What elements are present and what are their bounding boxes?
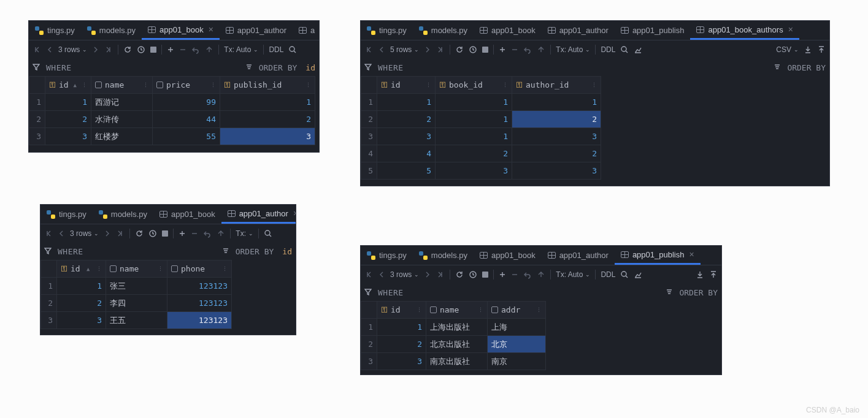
tab-app01_book[interactable]: app01_book — [474, 21, 542, 40]
sort-icon[interactable] — [222, 247, 229, 256]
nav-next-button[interactable] — [92, 45, 99, 54]
cell[interactable]: 123123 — [167, 295, 232, 312]
column-header-id[interactable]: ⚿id⋮ — [377, 302, 426, 319]
add-row-button[interactable] — [499, 271, 506, 278]
nav-last-button[interactable] — [436, 45, 445, 54]
tab-app01_book[interactable]: app01_book× — [142, 21, 220, 40]
revert-button[interactable] — [203, 229, 212, 238]
cell[interactable]: 南京 — [488, 353, 546, 370]
commit-button[interactable] — [537, 270, 545, 279]
column-header-addr[interactable]: addr⋮ — [488, 302, 546, 319]
column-menu-icon[interactable]: ⋮ — [82, 82, 87, 88]
cell[interactable]: 3 — [377, 353, 426, 370]
column-menu-icon[interactable]: ⋮ — [591, 82, 597, 88]
download-button[interactable] — [804, 45, 812, 54]
cell[interactable]: 2 — [377, 336, 426, 353]
cell[interactable]: 44 — [153, 111, 220, 128]
tab-app01_publish[interactable]: app01_publish× — [615, 246, 701, 265]
nav-next-button[interactable] — [424, 45, 431, 54]
cell[interactable]: 1 — [512, 94, 601, 111]
find-button[interactable] — [288, 45, 297, 54]
order-by-label[interactable]: ORDER BY — [679, 288, 718, 297]
auto-refresh-button[interactable] — [469, 270, 477, 279]
where-label[interactable]: WHERE — [378, 288, 404, 297]
chart-button[interactable] — [634, 45, 642, 54]
nav-first-button[interactable] — [364, 270, 373, 279]
filter-icon[interactable] — [364, 288, 372, 297]
cell[interactable]: 2 — [57, 295, 106, 312]
stop-button[interactable] — [150, 47, 156, 53]
remove-row-button[interactable] — [191, 230, 198, 237]
nav-next-button[interactable] — [104, 229, 111, 238]
stop-button[interactable] — [162, 230, 168, 237]
add-row-button[interactable] — [179, 230, 186, 237]
tx-mode-dropdown[interactable]: Tx: Auto ⌄ — [556, 45, 590, 54]
add-row-button[interactable] — [499, 46, 506, 53]
table-row[interactable]: 33南京出版社南京 — [361, 353, 546, 370]
filter-icon[interactable] — [364, 63, 372, 72]
nav-prev-button[interactable] — [378, 45, 385, 54]
filter-icon[interactable] — [33, 63, 40, 72]
remove-row-button[interactable] — [511, 46, 518, 53]
tx-mode-dropdown[interactable]: Tx: Auto ⌄ — [556, 270, 590, 279]
auto-refresh-button[interactable] — [148, 229, 157, 238]
cell[interactable]: 1 — [436, 128, 512, 145]
column-menu-icon[interactable]: ⋮ — [222, 266, 228, 272]
where-label[interactable]: WHERE — [46, 63, 72, 72]
cell[interactable]: 张三 — [106, 278, 167, 295]
cell[interactable]: 北京 — [488, 336, 546, 353]
table-row[interactable]: 11上海出版社上海 — [361, 319, 546, 336]
table-row[interactable]: 11西游记991 — [29, 94, 315, 111]
row-count-dropdown[interactable]: 3 rows ⌄ — [390, 270, 419, 279]
refresh-button[interactable] — [455, 270, 464, 279]
cell[interactable]: 西游记 — [91, 94, 153, 111]
tx-mode-dropdown[interactable]: Tx: Auto ⌄ — [224, 45, 258, 54]
column-header-name[interactable]: name⋮ — [91, 77, 153, 94]
column-menu-icon[interactable]: ⋮ — [143, 82, 148, 88]
nav-prev-button[interactable] — [378, 270, 385, 279]
cell[interactable]: 1 — [45, 94, 91, 111]
sort-icon[interactable] — [774, 63, 781, 72]
tab-models.py[interactable]: models.py — [413, 246, 474, 265]
auto-refresh-button[interactable] — [469, 45, 477, 54]
ddl-button[interactable]: DDL — [269, 45, 283, 54]
row-count-dropdown[interactable]: 3 rows ⌄ — [58, 45, 87, 54]
cell[interactable]: 3 — [377, 128, 436, 145]
table-row[interactable]: 2212 — [361, 111, 601, 128]
cell[interactable]: 2 — [45, 111, 91, 128]
close-icon[interactable]: × — [209, 25, 213, 34]
tab-models.py[interactable]: models.py — [413, 21, 474, 40]
cell[interactable]: 55 — [153, 128, 220, 145]
column-menu-icon[interactable]: ⋮ — [426, 82, 431, 88]
upload-button[interactable] — [817, 45, 826, 54]
table-row[interactable]: 33红楼梦553 — [29, 128, 315, 145]
column-header-publish_id[interactable]: ⚿publish_id⋮ — [220, 77, 315, 94]
nav-first-button[interactable] — [44, 229, 53, 238]
where-label[interactable]: WHERE — [378, 63, 404, 72]
cell[interactable]: 123123 — [167, 312, 232, 329]
column-header-book_id[interactable]: ⚿book_id⋮ — [436, 77, 512, 94]
cell[interactable]: 红楼梦 — [91, 128, 153, 145]
close-icon[interactable]: × — [689, 249, 694, 259]
chart-button[interactable] — [634, 270, 642, 279]
cell[interactable]: 1 — [57, 278, 106, 295]
find-button[interactable] — [620, 45, 629, 54]
ddl-button[interactable]: DDL — [601, 270, 615, 279]
ddl-button[interactable]: DDL — [601, 45, 615, 54]
close-icon[interactable]: × — [788, 25, 793, 34]
cell[interactable]: 上海出版社 — [426, 319, 488, 336]
cell[interactable]: 2 — [220, 111, 315, 128]
tab-models.py[interactable]: models.py — [81, 21, 142, 40]
add-row-button[interactable] — [167, 46, 174, 53]
column-menu-icon[interactable]: ⋮ — [502, 82, 508, 88]
column-menu-icon[interactable]: ⋮ — [158, 266, 163, 272]
cell[interactable]: 李四 — [106, 295, 167, 312]
sort-icon[interactable] — [666, 288, 673, 297]
remove-row-button[interactable] — [179, 46, 186, 53]
tab-app01_book[interactable]: app01_book — [474, 246, 542, 265]
order-by-label[interactable]: ORDER BY — [236, 247, 274, 256]
cell[interactable]: 北京出版社 — [426, 336, 488, 353]
cell[interactable]: 上海 — [488, 319, 546, 336]
column-menu-icon[interactable]: ⋮ — [478, 307, 483, 313]
tab-tings.py[interactable]: tings.py — [40, 205, 93, 224]
